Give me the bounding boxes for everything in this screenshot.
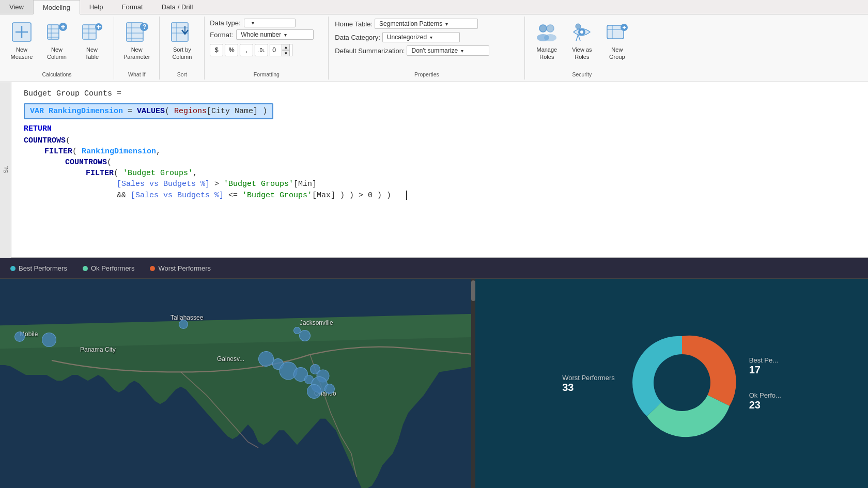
formula-title: Budget Group Counts = [24, 89, 856, 98]
data-type-chevron: ▾ [252, 20, 254, 26]
tab-modeling[interactable]: Modeling [33, 0, 80, 14]
security-label: Security [525, 71, 639, 77]
jacksonville-label: Jacksonville [300, 319, 333, 326]
data-type-dropdown[interactable]: ▾ [244, 19, 296, 27]
chart-area[interactable]: Worst Performers 33 [475, 279, 868, 488]
map-scrollbar-thumb[interactable] [471, 280, 475, 301]
ok-performers-label-group: Ok Perfo... 23 [749, 391, 781, 411]
new-parameter-icon: ? [125, 20, 149, 44]
decimals-spinner[interactable]: ▲ ▼ [282, 44, 290, 56]
home-table-chevron: ▾ [445, 21, 448, 27]
whatif-section: ? New Parameter What If [114, 17, 160, 80]
manage-roles-label: Manage Roles [536, 46, 557, 61]
sort-section: Sort by Column Sort [160, 17, 205, 80]
ok-performers-chart-label: Ok Perfo... [749, 391, 781, 399]
donut-svg [625, 326, 739, 439]
countrows-func: COUNTROWS [24, 136, 66, 145]
var-keyword: VAR [30, 107, 49, 116]
view-as-roles-button[interactable]: View as Roles [564, 18, 599, 71]
new-parameter-button[interactable]: ? New Parameter [118, 18, 155, 71]
map-dot-5 [299, 330, 311, 341]
legend-worst: Worst Performers [150, 264, 211, 272]
decimals-input[interactable]: 0 ▲ ▼ [270, 44, 292, 56]
spin-down[interactable]: ▼ [282, 50, 290, 56]
default-summarization-dropdown[interactable]: Don't summarize ▾ [407, 45, 489, 56]
properties-section: Home Table: Segmentation Patterns ▾ Data… [329, 17, 525, 80]
manage-roles-icon [534, 20, 559, 44]
open-paren: ( [165, 107, 174, 116]
calculations-section: New Measure New Column [0, 17, 114, 80]
default-summarization-value: Don't summarize [411, 47, 458, 54]
security-section: Manage Roles View as Roles [525, 17, 639, 80]
tab-data-drill[interactable]: Data / Drill [152, 0, 203, 14]
filter-condition1-line: [Sales vs Budgets %] > 'Budget Groups'[M… [117, 180, 856, 188]
new-table-label: New Table [85, 46, 99, 61]
format-dropdown[interactable]: Whole number ▾ [236, 29, 314, 40]
formatting-label: Formatting [205, 69, 328, 77]
viz-area: Mobile Tallahassee Jacksonville Panama C… [0, 279, 868, 488]
return-keyword: RETURN [24, 124, 52, 133]
filter2-func: FILTER [86, 169, 114, 178]
ranking-dim-ref: RankingDimension [82, 147, 156, 156]
data-category-dropdown[interactable]: Uncategorized ▾ [382, 32, 460, 42]
sort-label: Sort [160, 71, 204, 77]
dollar-button[interactable]: $ [210, 44, 223, 56]
new-parameter-label: New Parameter [123, 46, 150, 61]
manage-roles-button[interactable]: Manage Roles [529, 18, 564, 71]
formatting-section: Data type: ▾ Format: Whole number ▾ $ % … [205, 17, 329, 80]
map-container: Mobile Tallahassee Jacksonville Panama C… [0, 279, 475, 488]
values-func: VALUES [137, 107, 165, 116]
new-measure-button[interactable]: New Measure [4, 18, 39, 71]
worst-performers-dot [150, 266, 155, 271]
legend-bar: Best Performers Ok Performers Worst Perf… [0, 258, 868, 279]
comma-button[interactable]: , [240, 44, 253, 56]
format-value: Whole number [241, 31, 281, 38]
svg-point-31 [547, 25, 554, 32]
new-table-button[interactable]: New Table [74, 18, 110, 71]
regions-ref: Regions [174, 107, 207, 116]
svg-point-35 [580, 30, 583, 34]
var-name: RankingDimension [49, 107, 123, 116]
decrease-decimal-button[interactable]: .0↓ [255, 44, 268, 56]
sort-by-column-button[interactable]: Sort by Column [164, 18, 200, 71]
new-group-button[interactable]: New Group [599, 18, 634, 71]
highlighted-line[interactable]: VAR RankingDimension = VALUES( Regions[C… [24, 103, 273, 119]
svg-text:?: ? [143, 23, 146, 30]
worst-performers-label-group: Worst Performers 33 [562, 374, 615, 393]
worst-performers-count: 33 [562, 382, 615, 393]
tab-format[interactable]: Format [112, 0, 152, 14]
budget-groups-min-ref: 'Budget Groups' [224, 180, 293, 188]
svg-point-33 [544, 34, 556, 41]
donut-chart [625, 326, 739, 442]
svg-point-30 [539, 25, 547, 32]
tab-view[interactable]: View [0, 0, 33, 14]
map-scrollbar[interactable] [471, 279, 475, 488]
home-table-dropdown[interactable]: Segmentation Patterns ▾ [375, 19, 478, 29]
countrows-line: COUNTROWS( [24, 136, 856, 145]
calculations-label: Calculations [0, 71, 114, 77]
return-line: RETURN [24, 124, 856, 133]
panama-city-label: Panama City [80, 346, 116, 353]
map-dot-2 [42, 333, 56, 347]
svg-point-36 [576, 24, 581, 29]
format-row: Format: Whole number ▾ [210, 29, 323, 40]
text-cursor [406, 191, 407, 200]
decimals-value: 0 [272, 46, 276, 54]
map-area[interactable]: Mobile Tallahassee Jacksonville Panama C… [0, 279, 475, 488]
percent-button[interactable]: % [225, 44, 238, 56]
best-performers-count: 17 [749, 364, 781, 376]
new-measure-label: New Measure [11, 46, 33, 61]
formula-editor[interactable]: Budget Group Counts = VAR RankingDimensi… [11, 82, 868, 258]
spin-up[interactable]: ▲ [282, 44, 290, 50]
editor-panel: Sa Budget Group Counts = VAR RankingDime… [0, 82, 868, 258]
bracket-field: [City Name] ) [207, 107, 267, 116]
countrows2-func: COUNTROWS [65, 158, 107, 167]
format-chevron: ▾ [284, 32, 287, 38]
tab-help[interactable]: Help [80, 0, 113, 14]
map-svg [0, 279, 475, 488]
sort-by-column-label: Sort by Column [172, 46, 192, 61]
data-category-label: Data Category: [335, 34, 380, 41]
ok-performers-count: 23 [749, 399, 781, 411]
new-column-button[interactable]: New Column [39, 18, 74, 71]
main-content: Sa Budget Group Counts = VAR RankingDime… [0, 82, 868, 488]
